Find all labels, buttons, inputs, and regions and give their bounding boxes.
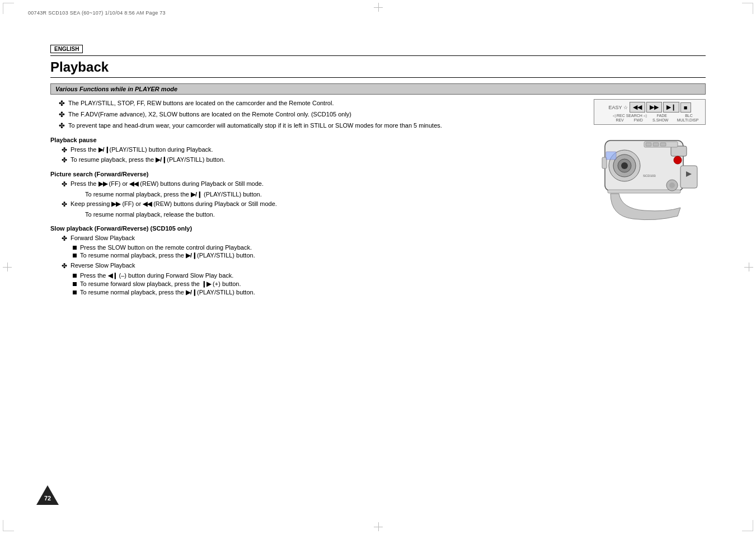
intro-bullet-text-2: The F.ADV(Frame advance), X2, SLOW butto… xyxy=(68,110,351,119)
picture-search-title: Picture search (Forward/Reverse) xyxy=(50,171,583,177)
intro-bullet-1: ✤ The PLAY/STILL, STOP, FF, REW buttons … xyxy=(56,99,583,109)
cross-icon-pp1: ✤ xyxy=(62,146,67,155)
picture-search-bullet-1: ✤ Press the ▶▶ (FF) or ◀◀ (REW) buttons … xyxy=(50,180,583,189)
playback-pause-text-1: Press the ▶/❙(PLAY/STILL) button during … xyxy=(71,146,213,154)
svg-rect-11 xyxy=(680,166,697,188)
rec-search-label: ◁ REC SEARCH ◁ xyxy=(611,114,648,118)
forward-slow-item-2: To resume normal playback, press the ▶/❙… xyxy=(50,252,583,259)
square-bullet-fw1 xyxy=(73,246,77,250)
cross-icon-fw: ✤ xyxy=(62,234,67,243)
svg-text:SCD103: SCD103 xyxy=(643,174,656,177)
fade-label: FADE xyxy=(649,114,675,118)
slow-playback-section: Slow playback (Forward/Reverse) (SCD105 … xyxy=(50,225,583,297)
page-number-container: 72 xyxy=(36,485,59,506)
crosshair-bottom xyxy=(374,522,383,531)
svg-rect-7 xyxy=(646,143,651,146)
picture-search-bullet-2: ✤ Keep pressing ▶▶ (FF) or ◀◀ (REW) butt… xyxy=(50,200,583,209)
cross-icon-2: ✤ xyxy=(59,110,65,120)
crop-mark-tr xyxy=(742,3,753,14)
intro-bullet-3: ✤ To prevent tape and head-drum wear, yo… xyxy=(56,121,583,131)
cross-icon-3: ✤ xyxy=(59,121,65,131)
cross-icon-1: ✤ xyxy=(59,99,65,109)
content-layout: ✤ The PLAY/STILL, STOP, FF, REW buttons … xyxy=(50,99,706,297)
intro-bullet-text-1: The PLAY/STILL, STOP, FF, REW buttons ar… xyxy=(68,99,334,107)
crosshair-right xyxy=(744,263,753,271)
intro-bullet-2: ✤ The F.ADV(Frame advance), X2, SLOW but… xyxy=(56,110,583,120)
header-meta: 00743R SCD103 SEA (60~107) 1/10/04 8:56 … xyxy=(28,10,166,16)
remote-top-strip: EASY ☆ ◀◀ ▶▶ ▶❙ ■ ◁ REC SEARCH ◁ FADE BL… xyxy=(594,99,706,125)
blc-label: BLC xyxy=(676,114,702,118)
reverse-slow-text-3: To resume normal playback, press the ▶/❙… xyxy=(80,289,255,296)
picture-search-sub-2: To resume normal playback, release the b… xyxy=(50,210,583,219)
reverse-slow-label: Reverse Slow Playback xyxy=(71,261,135,270)
forward-slow-header: ✤ Forward Slow Playback xyxy=(50,234,583,243)
stop-button: ■ xyxy=(680,102,691,113)
slow-playback-title: Slow playback (Forward/Reverse) (SCD105 … xyxy=(50,225,583,232)
ff-button: ▶▶ xyxy=(646,102,662,113)
rev-label: REV xyxy=(611,118,628,122)
intro-bullet-text-3: To prevent tape and head-drum wear, your… xyxy=(68,121,442,130)
fwd-label: FWD xyxy=(630,118,647,122)
reverse-slow-item-3: To resume normal playback, press the ▶/❙… xyxy=(50,289,583,296)
camcorder-illustration: SCD103 xyxy=(594,129,706,230)
playback-pause-text-2: To resume playback, press the ▶/❙(PLAY/S… xyxy=(71,156,225,164)
page: 00743R SCD103 SEA (60~107) 1/10/04 8:56 … xyxy=(0,0,756,534)
crosshair-top xyxy=(374,3,383,12)
remote-buttons-row: ◀◀ ▶▶ ▶❙ ■ xyxy=(630,102,691,113)
page-title: Playback xyxy=(50,59,706,78)
forward-slow-text-1: Press the SLOW button on the remote cont… xyxy=(80,244,252,251)
picture-search-text-2: Keep pressing ▶▶ (FF) or ◀◀ (REW) button… xyxy=(71,200,277,208)
content-right: EASY ☆ ◀◀ ▶▶ ▶❙ ■ ◁ REC SEARCH ◁ FADE BL… xyxy=(594,99,706,297)
remote-labels-row: ◁ REC SEARCH ◁ FADE BLC xyxy=(598,114,702,118)
page-number: 72 xyxy=(44,495,51,502)
svg-point-16 xyxy=(669,182,675,188)
square-bullet-fw2 xyxy=(73,254,77,257)
reverse-slow-text-2: To resume forward slow playback, press t… xyxy=(80,280,241,288)
intro-bullets: ✤ The PLAY/STILL, STOP, FF, REW buttons … xyxy=(50,99,583,131)
reverse-slow-header: ✤ Reverse Slow Playback xyxy=(50,261,583,271)
remote-sublabels-row: REV FWD S.SHOW MULTI.DISP xyxy=(598,118,702,122)
picture-search-text-1: Press the ▶▶ (FF) or ◀◀ (REW) buttons du… xyxy=(71,180,264,188)
easy-label: EASY ☆ xyxy=(608,105,627,110)
cross-icon-rv: ✤ xyxy=(62,261,67,271)
svg-rect-17 xyxy=(606,152,616,160)
playback-pause-bullet-1: ✤ Press the ▶/❙(PLAY/STILL) button durin… xyxy=(50,146,583,155)
svg-rect-5 xyxy=(671,146,687,156)
playback-pause-bullet-2: ✤ To resume playback, press the ▶/❙(PLAY… xyxy=(50,156,583,165)
playback-pause-title: Playback pause xyxy=(50,137,583,143)
rew-button: ◀◀ xyxy=(630,102,645,113)
forward-slow-label: Forward Slow Playback xyxy=(71,234,135,242)
english-badge: ENGLISH xyxy=(50,45,83,53)
square-bullet-rv3 xyxy=(73,291,77,294)
crosshair-left xyxy=(3,263,12,271)
cross-icon-ps1: ✤ xyxy=(62,180,67,189)
crop-mark-bl xyxy=(3,520,14,531)
forward-slow-item-1: Press the SLOW button on the remote cont… xyxy=(50,244,583,251)
reverse-slow-item-2: To resume forward slow playback, press t… xyxy=(50,280,583,288)
sshow-label: S.SHOW xyxy=(648,118,673,122)
svg-rect-9 xyxy=(660,143,666,146)
crop-mark-br xyxy=(742,520,753,531)
picture-search-section: Picture search (Forward/Reverse) ✤ Press… xyxy=(50,171,583,219)
multidisp-label: MULTI.DISP xyxy=(674,118,702,122)
content-left: ✤ The PLAY/STILL, STOP, FF, REW buttons … xyxy=(50,99,583,297)
camcorder-svg: SCD103 xyxy=(594,129,706,233)
picture-search-sub-1: To resume normal playback, press the ▶/❙… xyxy=(50,190,583,199)
svg-point-4 xyxy=(621,162,628,169)
playback-pause-section: Playback pause ✤ Press the ▶/❙(PLAY/STIL… xyxy=(50,137,583,166)
section-header: Various Functions while in PLAYER mode xyxy=(50,83,706,95)
svg-rect-8 xyxy=(653,143,659,146)
reverse-slow-text-1: Press the ◀❙ (–) button during Forward S… xyxy=(80,272,233,279)
square-bullet-rv1 xyxy=(73,274,77,278)
square-bullet-rv2 xyxy=(73,282,77,286)
svg-point-10 xyxy=(674,156,682,164)
cross-icon-pp2: ✤ xyxy=(62,156,67,165)
title-rule xyxy=(50,55,706,56)
crop-mark-tl xyxy=(3,3,14,14)
forward-slow-text-2: To resume normal playback, press the ▶/❙… xyxy=(80,252,255,259)
play-still-button: ▶❙ xyxy=(663,102,679,113)
reverse-slow-item-1: Press the ◀❙ (–) button during Forward S… xyxy=(50,272,583,279)
cross-icon-ps2: ✤ xyxy=(62,200,67,209)
